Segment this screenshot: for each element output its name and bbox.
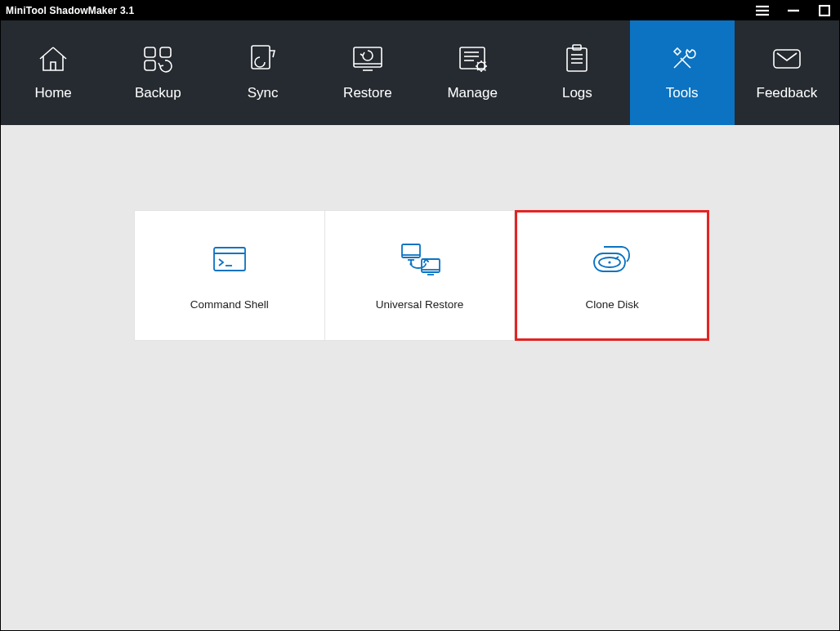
card-universal-restore[interactable]: Universal Restore (325, 210, 516, 341)
minimize-icon[interactable] (785, 2, 802, 19)
nav-home[interactable]: Home (1, 20, 105, 125)
nav-tools[interactable]: Tools (630, 20, 735, 125)
nav-label: Feedback (757, 85, 818, 101)
logs-icon (559, 44, 595, 74)
card-label: Command Shell (190, 298, 269, 311)
backup-icon (140, 44, 176, 74)
svg-rect-12 (460, 47, 485, 69)
nav-logs[interactable]: Logs (525, 20, 629, 125)
svg-rect-18 (573, 45, 581, 50)
nav-label: Sync (248, 85, 279, 101)
nav-label: Home (34, 85, 71, 101)
svg-rect-4 (820, 6, 829, 16)
nav-manage[interactable]: Manage (420, 20, 525, 125)
svg-point-35 (609, 261, 611, 263)
sync-icon (245, 44, 281, 74)
card-clone-disk[interactable]: Clone Disk (515, 210, 709, 341)
nav-label: Backup (135, 85, 181, 101)
svg-rect-22 (774, 50, 800, 68)
window-controls (754, 2, 833, 19)
svg-rect-23 (214, 248, 245, 271)
nav-label: Tools (666, 85, 699, 101)
home-icon (35, 44, 71, 74)
nav-restore[interactable]: Restore (315, 20, 420, 125)
manage-icon (454, 44, 490, 74)
svg-rect-5 (145, 47, 155, 57)
tools-cards: Command Shell Universal Restore Clone Di… (134, 210, 709, 341)
nav-label: Restore (343, 85, 392, 101)
clone-disk-icon (589, 241, 635, 277)
menu-icon[interactable] (754, 2, 771, 19)
window-title: MiniTool ShadowMaker 3.1 (6, 5, 134, 16)
card-label: Clone Disk (586, 298, 639, 311)
nav-label: Logs (562, 85, 592, 101)
svg-rect-17 (567, 48, 587, 71)
feedback-icon (769, 44, 805, 74)
card-command-shell[interactable]: Command Shell (134, 210, 325, 341)
maximize-icon[interactable] (816, 2, 833, 19)
svg-rect-7 (145, 60, 155, 70)
universal-restore-icon (397, 241, 443, 277)
content-area: Command Shell Universal Restore Clone Di… (1, 125, 839, 630)
command-shell-icon (207, 241, 252, 277)
svg-rect-8 (252, 46, 270, 69)
nav-sync[interactable]: Sync (211, 20, 315, 125)
svg-point-32 (409, 262, 412, 265)
tools-icon (664, 44, 700, 74)
title-bar: MiniTool ShadowMaker 3.1 (1, 1, 839, 20)
top-nav: Home Backup Sync Restore (1, 20, 839, 125)
svg-rect-6 (160, 47, 171, 57)
nav-label: Manage (447, 85, 497, 101)
restore-icon (350, 44, 386, 74)
nav-feedback[interactable]: Feedback (735, 20, 839, 125)
nav-backup[interactable]: Backup (105, 20, 210, 125)
card-label: Universal Restore (376, 298, 463, 311)
